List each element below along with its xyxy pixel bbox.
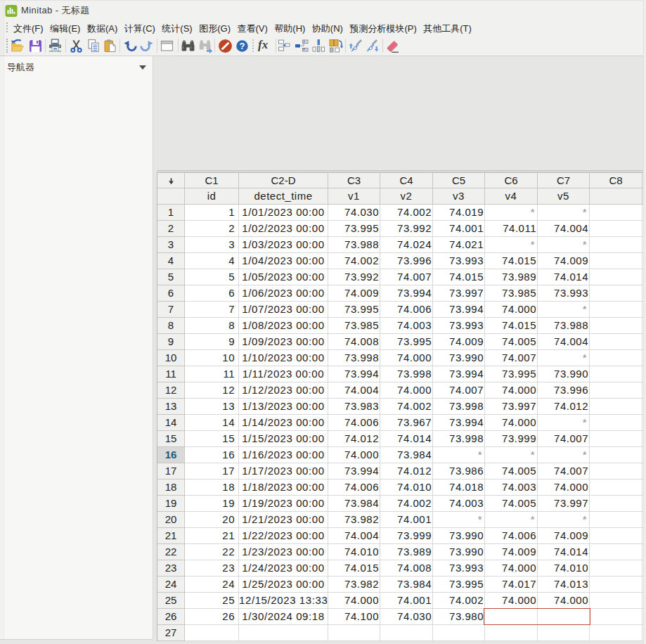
svg-text:?: ? [240, 41, 245, 51]
